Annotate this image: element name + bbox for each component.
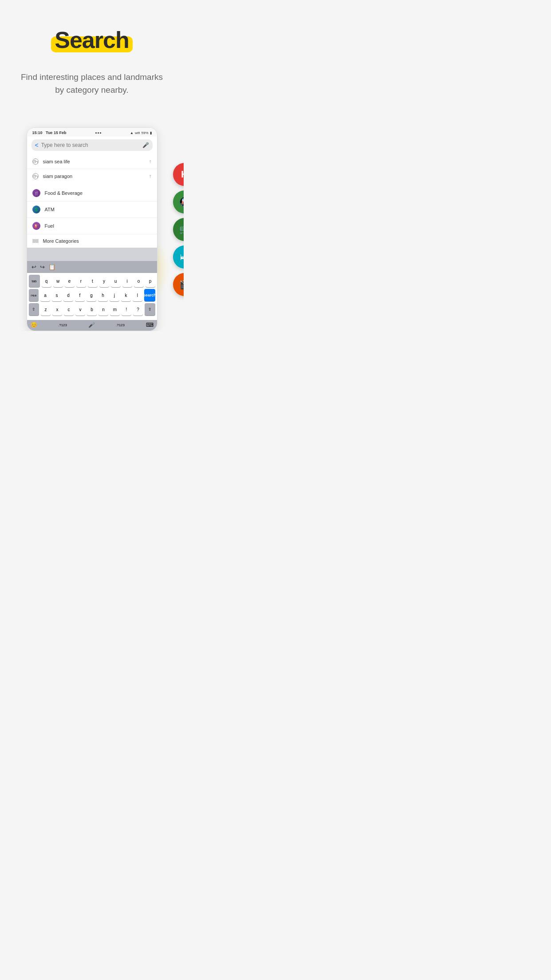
line-2 [32, 241, 39, 241]
fuel-icon: ⛽ [32, 222, 40, 230]
key-z[interactable]: z [41, 303, 51, 316]
line-3 [32, 242, 39, 243]
category-section: 🍴 Food & Beverage 💲 ATM ⛽ Fuel [27, 185, 157, 248]
key-h[interactable]: h [98, 289, 108, 301]
key-y[interactable]: y [99, 275, 109, 287]
key-question[interactable]: ? [133, 303, 143, 316]
food-label: Food & Beverage [45, 190, 83, 196]
key-p[interactable]: p [146, 275, 155, 287]
back-button[interactable]: < [35, 142, 39, 149]
key-c[interactable]: c [64, 303, 74, 316]
key-x[interactable]: x [52, 303, 62, 316]
fab-column: H 🚇 🛒 🛏 🎬 [173, 163, 184, 296]
lodging-icon: 🛏 [180, 252, 184, 262]
phone-wrapper: 15:10 Tue 15 Feb ▲ wifi 59% ▮ [0, 127, 184, 331]
number-key-left[interactable]: .?123 [58, 323, 67, 327]
history-icon-1 [32, 158, 39, 165]
microphone-key[interactable]: 🎤 [88, 322, 95, 328]
status-dot-2 [98, 132, 99, 134]
status-time: 15:10 Tue 15 Feb [32, 130, 67, 135]
key-s[interactable]: s [52, 289, 62, 301]
history-icon-2 [32, 173, 39, 179]
atm-label: ATM [45, 207, 55, 212]
key-j[interactable]: j [110, 289, 119, 301]
key-u[interactable]: u [111, 275, 121, 287]
key-o[interactable]: o [134, 275, 144, 287]
keyboard-bottom-bar: 😊 .?123 🎤 .?123 ⌨ [27, 320, 157, 331]
key-q[interactable]: q [42, 275, 51, 287]
number-key-right[interactable]: .?123 [116, 323, 125, 327]
shopping-fab[interactable]: 🛒 [173, 218, 184, 241]
key-m[interactable]: m [110, 303, 120, 316]
battery-icon: ▮ [150, 131, 152, 135]
arrow-icon-1: ↗ [147, 158, 153, 164]
key-r[interactable]: r [76, 275, 86, 287]
fuel-label: Fuel [45, 223, 54, 229]
arrow-icon-2: ↗ [147, 173, 153, 179]
key-v[interactable]: v [75, 303, 85, 316]
key-b[interactable]: b [87, 303, 97, 316]
category-fuel[interactable]: ⛽ Fuel [27, 218, 157, 234]
key-f[interactable]: f [75, 289, 85, 301]
key-e[interactable]: e [65, 275, 75, 287]
category-more[interactable]: More Categories [27, 234, 157, 248]
status-center [95, 132, 101, 134]
search-key[interactable]: search [144, 289, 155, 301]
category-atm[interactable]: 💲 ATM [27, 202, 157, 218]
key-g[interactable]: g [87, 289, 96, 301]
key-k[interactable]: k [121, 289, 131, 301]
food-icon: 🍴 [32, 189, 40, 197]
keyboard-row-3: ⇧ z x c v b n m ! ? ⇧ [29, 303, 155, 316]
entertainment-icon: 🎬 [179, 279, 184, 290]
redo-button[interactable]: ↪ [40, 264, 45, 270]
shift-left-key[interactable]: ⇧ [29, 303, 39, 316]
hotel-icon: H [181, 169, 184, 180]
key-i[interactable]: i [122, 275, 132, 287]
battery-text: 59% [141, 131, 148, 135]
emoji-key[interactable]: 😊 [31, 322, 37, 328]
keyboard-toolbar: ↩ ↪ 📋 [27, 261, 157, 273]
thai-key[interactable]: กขค [29, 289, 39, 301]
entertainment-fab[interactable]: 🎬 [173, 273, 184, 296]
phone-mockup: 15:10 Tue 15 Feb ▲ wifi 59% ▮ [27, 127, 157, 331]
atm-icon: 💲 [32, 205, 40, 213]
tab-key[interactable]: tab [29, 275, 40, 287]
paste-button[interactable]: 📋 [48, 264, 55, 270]
transit-fab[interactable]: 🚇 [173, 190, 184, 213]
key-t[interactable]: t [88, 275, 98, 287]
logo-text: Search [55, 27, 129, 53]
key-w[interactable]: w [53, 275, 63, 287]
more-icon [32, 239, 39, 243]
key-a[interactable]: a [40, 289, 50, 301]
mic-icon[interactable]: 🎤 [142, 142, 149, 148]
line-1 [32, 239, 39, 240]
page-container: Search Find interesting places and landm… [0, 0, 184, 331]
lodging-fab[interactable]: 🛏 [173, 245, 184, 269]
transit-icon: 🚇 [179, 197, 184, 207]
key-exclaim[interactable]: ! [122, 303, 131, 316]
key-d[interactable]: d [63, 289, 73, 301]
keyboard: tab q w e r t y u i o p กขค a s [27, 273, 157, 320]
key-l[interactable]: l [133, 289, 142, 301]
category-food[interactable]: 🍴 Food & Beverage [27, 185, 157, 202]
search-input[interactable] [41, 142, 140, 148]
status-dot-1 [95, 132, 97, 134]
status-dot-3 [100, 132, 101, 134]
wifi-icon: wifi [135, 131, 140, 135]
hotel-fab[interactable]: H [173, 163, 184, 186]
history-results: siam sea life ↗ siam paragon ↗ [27, 154, 157, 183]
logo-container: Search [55, 27, 129, 53]
subtitle-text: Find interesting places and landmarks by… [0, 71, 184, 96]
history-text-2: siam paragon [43, 174, 144, 179]
keyboard-row-2: กขค a s d f g h j k l search [29, 289, 155, 301]
key-n[interactable]: n [98, 303, 108, 316]
history-item-2[interactable]: siam paragon ↗ [27, 169, 157, 183]
shift-right-key[interactable]: ⇧ [145, 303, 155, 316]
history-text-1: siam sea life [43, 159, 144, 164]
signal-icon: ▲ [130, 131, 134, 135]
shopping-icon: 🛒 [179, 224, 184, 235]
keyboard-dismiss-key[interactable]: ⌨ [146, 322, 153, 328]
history-item-1[interactable]: siam sea life ↗ [27, 154, 157, 169]
undo-button[interactable]: ↩ [31, 264, 36, 270]
search-bar[interactable]: < 🎤 [31, 139, 153, 151]
